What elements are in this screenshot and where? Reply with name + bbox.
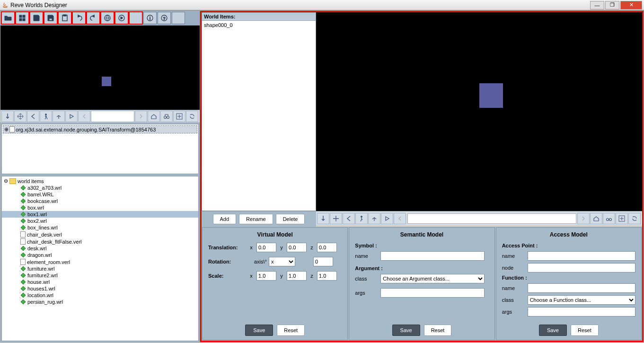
undo-button[interactable] [72,12,86,24]
nav-walk-icon[interactable] [40,111,52,122]
am-name-label: name [502,253,526,259]
world-item[interactable]: shape000_0 [203,22,315,28]
file-tree-item[interactable]: box.wrl [2,204,198,211]
file-tree-item[interactable]: furniture2.wrl [2,272,198,279]
main-viewport[interactable] [316,12,642,211]
file-tree-item[interactable]: dragon.wrl [2,252,198,258]
vm-rotaxis-select[interactable]: x [269,257,295,266]
file-tree-item[interactable]: a302_a703.wrl [2,185,198,191]
nav-binoculars-icon[interactable] [160,111,173,122]
world-items-list[interactable]: shape000_0 [202,21,316,211]
expand-icon[interactable]: ⊖ [4,178,8,184]
file-tree-item[interactable]: element_room.verl [2,258,198,265]
nav2-walk-icon[interactable] [355,213,368,224]
am-node-input[interactable] [528,263,635,273]
open-folder-button[interactable] [1,12,15,24]
nav-pan-icon[interactable] [14,111,26,122]
file-tree-item[interactable]: barrel.WRL [2,191,198,198]
redo-button[interactable] [87,12,100,24]
vm-reset-button[interactable]: Reset [277,325,305,336]
vm-sx-input[interactable] [256,271,276,281]
nav2-axis-icon[interactable] [368,213,380,224]
nav-fit-icon[interactable] [173,111,185,122]
nav-swap-icon[interactable] [186,111,198,122]
nav-play-icon[interactable] [65,111,78,122]
nav2-next-icon[interactable] [577,213,590,224]
sm-name-input[interactable] [380,251,485,261]
nav2-prev-icon[interactable] [394,213,406,224]
close-button[interactable]: ✕ [620,1,642,9]
am-reset-button[interactable]: Reset [571,325,599,336]
blank-button[interactable] [129,12,142,24]
nav-left-icon[interactable] [27,111,39,122]
svg-rect-1 [23,15,25,18]
nav2-binoculars-icon[interactable] [603,213,615,224]
world-button[interactable] [101,12,114,24]
minimize-button[interactable]: — [590,1,604,9]
vm-sy-input[interactable] [287,271,307,281]
nav-next-icon[interactable] [135,111,147,122]
nav2-play-icon[interactable] [381,213,393,224]
nav-axis-icon[interactable] [53,111,65,122]
help-button[interactable]: ? [158,12,171,24]
empty-button[interactable] [172,12,185,24]
nav2-down-icon[interactable] [317,213,329,224]
am-name-input[interactable] [528,251,635,261]
file-tree-item[interactable]: box_lines.wrl [2,224,198,231]
transform-tree-panel[interactable]: ⊕ org.xj3d.sai.external.node.grouping.SA… [1,124,199,174]
sm-reset-button[interactable]: Reset [424,325,452,336]
nav2-home-icon[interactable] [590,213,602,224]
sm-class-select[interactable]: Choose an Argument class... [380,274,485,283]
add-button[interactable]: Add [213,214,237,224]
world-play-button[interactable] [115,12,128,24]
file-tree-item[interactable]: chair_desk.verl [2,231,198,238]
file-tree-item[interactable]: house.wrl [2,279,198,285]
vm-sz-input[interactable] [317,271,337,281]
nav2-swap-icon[interactable] [628,213,641,224]
vm-rotation-label: Rotation: [208,259,246,264]
file-tree-item[interactable]: desk.wrl [2,245,198,252]
am-args-input[interactable] [528,307,635,317]
transform-tree-node[interactable]: ⊕ org.xj3d.sai.external.node.grouping.SA… [3,125,197,133]
am-fname-input[interactable] [528,283,635,293]
vm-save-button[interactable]: Save [245,325,273,336]
mini-viewport[interactable] [0,26,200,110]
nav-down-icon[interactable] [1,111,14,122]
property-panels: Virtual Model Translation: x y z Rotatio… [202,227,642,341]
sm-save-button[interactable]: Save [392,325,420,336]
save-button[interactable] [30,12,43,24]
file-tree[interactable]: ⊖ world items a302_a703.wrlbarrel.WRLboo… [1,176,199,341]
file-tree-item[interactable]: box1.wrl [2,211,198,218]
nav2-fit-icon[interactable] [616,213,628,224]
file-tree-item[interactable]: houses1.wrl [2,285,198,292]
file-tree-root[interactable]: ⊖ world items [2,177,198,185]
file-tree-item[interactable]: location.wrl [2,292,198,299]
sm-args-input[interactable] [380,288,485,298]
clipboard-button[interactable] [58,12,71,24]
file-label: furniture.wrl [27,266,54,272]
am-save-button[interactable]: Save [539,325,567,336]
rename-button[interactable]: Rename [239,214,273,224]
file-tree-item[interactable]: box2.wrl [2,218,198,224]
file-tree-item[interactable]: persian_rug.wrl [2,299,198,305]
title-bar: Reve Worlds Designer — ❐ ✕ [0,0,644,10]
file-tree-item[interactable]: chair_desk_fitFalse.verl [2,238,198,245]
nav2-pan-icon[interactable] [330,213,342,224]
delete-button[interactable]: Delete [276,214,305,224]
info-button[interactable]: i [143,12,157,24]
save-as-button[interactable] [44,12,57,24]
vm-tx-input[interactable] [256,243,276,252]
vm-tz-input[interactable] [317,243,337,252]
vm-rotangle-input[interactable] [313,257,333,266]
vm-ty-input[interactable] [287,243,307,252]
world-items-header: World Items: [202,13,316,21]
file-tree-item[interactable]: furniture.wrl [2,265,198,272]
maximize-button[interactable]: ❐ [605,1,619,9]
file-tree-item[interactable]: bookcase.wrl [2,198,198,204]
am-class-select[interactable]: Choose a Function class... [528,295,635,305]
expand-icon[interactable]: ⊕ [4,126,9,132]
grid-button[interactable] [16,12,29,24]
nav-home-icon[interactable] [148,111,160,122]
nav-prev-icon[interactable] [78,111,90,122]
nav2-left-icon[interactable] [343,213,355,224]
